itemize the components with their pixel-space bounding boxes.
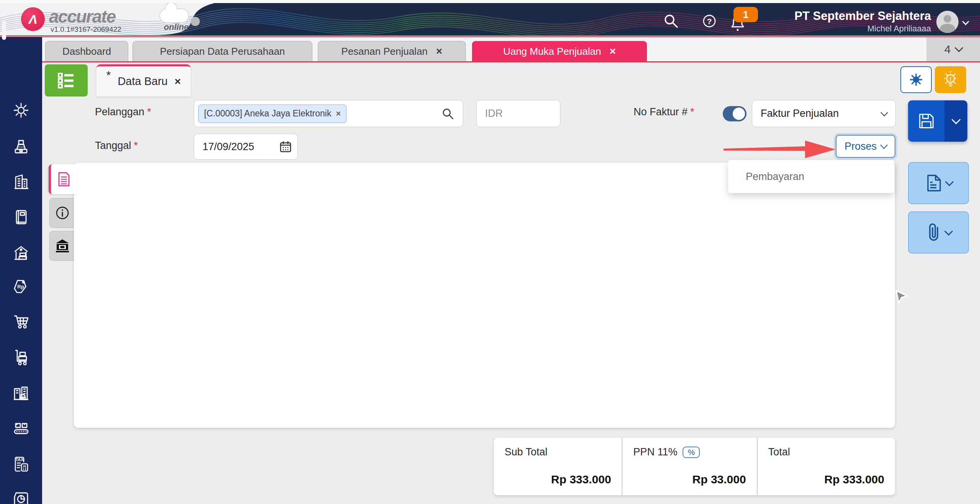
currency-field: IDR [476, 100, 560, 127]
company-name: PT September Sejahtera [766, 9, 931, 23]
save-button[interactable] [908, 100, 944, 142]
pelanggan-chip[interactable]: [C.00003] Aneka Jaya Elektronik × [198, 105, 346, 123]
ppn-label: PPN 11% [633, 446, 677, 458]
tanggal-field[interactable]: 17/09/2025 [194, 134, 298, 160]
paperclip-icon [926, 223, 942, 242]
app-header: Λ accurate online v1.0.1#3167-2069422 ? … [0, 3, 980, 35]
tab-label: Pesanan Penjualan [341, 46, 428, 57]
purchase-icon[interactable] [11, 311, 31, 332]
tab-overflow-dropdown[interactable]: 4 [926, 37, 980, 61]
form-card [74, 163, 895, 428]
save-split-button[interactable] [908, 100, 967, 142]
tab-persiapan-data-perusahaan[interactable]: Persiapan Data Perusahaan [132, 41, 312, 61]
pelanggan-field[interactable]: [C.00003] Aneka Jaya Elektronik × [194, 100, 463, 127]
document-icon [57, 171, 71, 187]
side-tab-bank[interactable] [49, 231, 75, 261]
notification-badge[interactable]: 1 [733, 7, 758, 22]
bank-transfer-icon [55, 239, 70, 253]
sidebar-scroll-indicator[interactable] [2, 21, 6, 40]
unsaved-marker: * [106, 69, 111, 82]
window-top-strip [0, 0, 980, 3]
list-icon [56, 71, 76, 90]
svg-text:Rp: Rp [17, 284, 24, 290]
search-icon[interactable] [662, 11, 681, 31]
asset-icon[interactable] [11, 383, 31, 403]
bank-icon[interactable] [11, 242, 31, 263]
chevron-down-icon [945, 177, 954, 186]
percent-badge[interactable]: % [683, 447, 700, 458]
save-icon [916, 111, 936, 131]
calendar-icon[interactable] [279, 140, 292, 153]
side-tab-info[interactable] [49, 198, 75, 228]
proses-dropdown-menu: Pembayaran [728, 160, 894, 193]
total-label: Total [768, 446, 790, 458]
tab-label: Persiapan Data Perusahaan [160, 46, 285, 57]
chevron-down-icon [944, 227, 953, 236]
close-icon[interactable]: × [175, 75, 181, 88]
cash-register-icon[interactable] [11, 136, 31, 156]
brand-online-label: online [164, 22, 189, 32]
save-options-button[interactable] [944, 100, 967, 142]
record-list-button[interactable] [45, 64, 88, 97]
avatar[interactable] [936, 11, 959, 33]
logo-glyph: Λ [29, 12, 38, 27]
pelanggan-label: Pelanggan* [95, 106, 151, 118]
tab-label: Dashboard [62, 46, 111, 57]
help-icon[interactable]: ? [700, 11, 719, 31]
required-marker: * [134, 140, 138, 151]
pelanggan-chip-label: [C.00003] Aneka Jaya Elektronik [204, 108, 331, 119]
currency-value: IDR [485, 108, 503, 119]
subtotal-column: Sub Total Rp 333.000 [494, 438, 622, 495]
proses-label: Proses [844, 141, 877, 152]
faktur-type-value: Faktur Penjualan [761, 108, 839, 119]
sales-icon[interactable]: Rp [11, 276, 31, 296]
chip-close-icon[interactable]: × [336, 109, 341, 119]
doc-tab-data-baru[interactable]: * Data Baru × [96, 64, 191, 97]
total-value: Rp 333.000 [824, 473, 884, 486]
faktur-type-select[interactable]: Faktur Penjualan [752, 100, 896, 127]
ppn-value: Rp 33.000 [693, 473, 746, 486]
form-settings-button[interactable] [900, 66, 932, 93]
gear-icon [908, 71, 924, 88]
tab-dashboard[interactable]: Dashboard [45, 41, 128, 61]
inventory-icon[interactable] [11, 347, 31, 368]
doc-tab-label: Data Baru [118, 75, 168, 88]
no-faktur-toggle[interactable] [723, 106, 746, 121]
close-icon[interactable]: × [609, 45, 616, 57]
document-icon [925, 173, 942, 193]
no-faktur-label: No Faktur #* [634, 106, 694, 118]
settings-icon[interactable] [11, 100, 31, 121]
svg-text:!: ! [950, 75, 952, 82]
subtotal-label: Sub Total [505, 446, 547, 458]
ppn-column: PPN 11% % Rp 33.000 [622, 438, 756, 495]
subtotal-value: Rp 333.000 [551, 473, 611, 486]
chevron-down-icon [880, 109, 888, 116]
required-marker: * [690, 106, 694, 118]
menu-item-pembayaran[interactable]: Pembayaran [746, 171, 804, 183]
tab-uang-muka-penjualan[interactable]: Uang Muka Penjualan × [472, 41, 647, 61]
manufacture-icon[interactable] [11, 418, 31, 439]
chevron-down-icon [951, 115, 960, 124]
side-tab-detail[interactable] [49, 164, 77, 194]
print-document-button[interactable] [908, 162, 969, 204]
accurate-logo-icon[interactable]: Λ [21, 7, 45, 31]
app-version: v1.0.1#3167-2069422 [51, 25, 121, 34]
company-icon[interactable] [11, 171, 31, 192]
proses-button[interactable]: Proses [836, 135, 895, 158]
svg-text:?: ? [707, 17, 712, 26]
tab-pesanan-penjualan[interactable]: Pesanan Penjualan × [318, 41, 466, 61]
journal-icon[interactable] [11, 207, 31, 227]
search-icon[interactable] [441, 107, 454, 120]
close-icon[interactable]: × [436, 45, 442, 57]
brand-wordmark: accurate [49, 6, 115, 27]
header-dot-decoration [191, 17, 200, 26]
required-marker: * [147, 106, 151, 118]
tanggal-label: Tanggal* [95, 140, 138, 152]
tips-button[interactable]: ! [935, 66, 966, 93]
totals-bar: Sub Total Rp 333.000 PPN 11% % Rp 33.000… [494, 438, 895, 495]
report-icon[interactable] [11, 489, 31, 504]
tax-icon[interactable]: TAX [11, 454, 31, 475]
attachment-button[interactable] [908, 211, 969, 254]
panel-collapse-handle[interactable] [893, 287, 910, 306]
info-icon [55, 206, 70, 220]
